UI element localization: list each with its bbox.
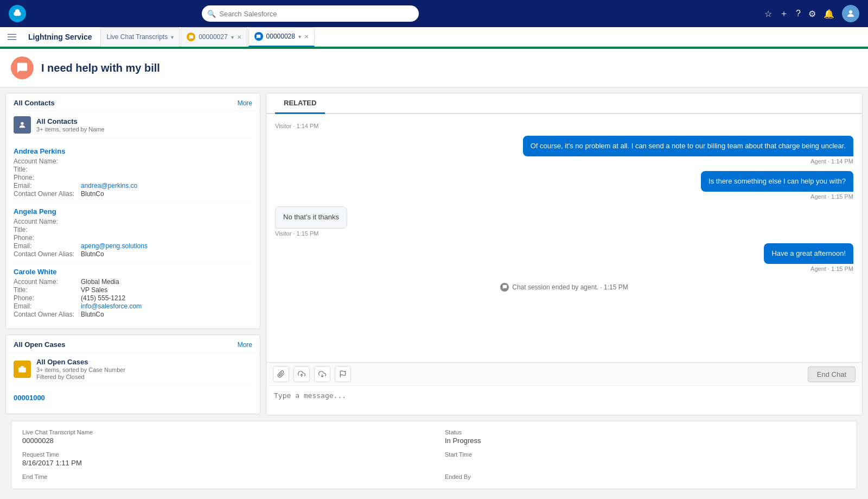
info-field-transcript-name: Live Chat Transcript Name 00000028 bbox=[22, 429, 423, 445]
start-time-label: Start Time bbox=[445, 451, 846, 458]
session-end-text: Chat session ended by agent. · 1:15 PM bbox=[512, 283, 628, 291]
all-open-cases-body: All Open Cases 3+ items, sorted by Case … bbox=[6, 352, 260, 414]
visitor-message-1: No that's it thanks Visitor · 1:15 PM bbox=[275, 206, 347, 236]
svg-rect-3 bbox=[8, 39, 16, 40]
chat-toolbar: End Chat bbox=[266, 362, 862, 386]
agent-timestamp-1: Agent · 1:14 PM bbox=[810, 158, 853, 165]
search-input[interactable] bbox=[202, 5, 419, 22]
app-name: Lightning Service bbox=[24, 33, 96, 41]
transcript-name-label: Live Chat Transcript Name bbox=[22, 429, 423, 435]
chat-input[interactable] bbox=[274, 391, 854, 408]
svg-point-4 bbox=[21, 122, 23, 125]
tab-label: Live Chat Transcripts bbox=[106, 33, 168, 41]
contacts-sub-title: All Contacts bbox=[36, 117, 105, 125]
chevron-down-icon[interactable]: ▾ bbox=[298, 34, 301, 40]
close-icon[interactable]: ✕ bbox=[304, 34, 309, 40]
avatar[interactable] bbox=[842, 5, 859, 22]
add-icon[interactable]: ＋ bbox=[780, 8, 788, 20]
tab-related[interactable]: RELATED bbox=[275, 93, 325, 114]
visitor-timestamp-1: Visitor · 1:15 PM bbox=[275, 230, 319, 237]
end-time-label: End Time bbox=[22, 473, 423, 480]
case-icon bbox=[11, 56, 34, 79]
agent-bubble-3: Have a great afternoon! bbox=[764, 243, 853, 264]
request-time-value: 8/16/2017 1:11 PM bbox=[22, 459, 423, 467]
all-contacts-body: All Contacts 3+ items, sorted by Name An… bbox=[6, 111, 260, 329]
favorites-icon[interactable]: ☆ bbox=[764, 9, 772, 19]
tab-list: Live Chat Transcripts ▾ 00000027 ▾ ✕ 000… bbox=[100, 27, 315, 46]
cases-filter-meta: Filtered by Closed bbox=[36, 374, 125, 380]
ended-by-label: Ended By bbox=[445, 473, 846, 480]
flag-button[interactable] bbox=[335, 366, 351, 382]
chat-input-area[interactable] bbox=[266, 386, 862, 415]
app-bar: Lightning Service Live Chat Transcripts … bbox=[0, 27, 868, 47]
all-open-cases-title: All Open Cases bbox=[14, 340, 65, 349]
svg-point-0 bbox=[849, 10, 852, 14]
upload-button[interactable] bbox=[293, 366, 310, 382]
contacts-icon bbox=[14, 116, 31, 134]
visitor-bubble-1: No that's it thanks bbox=[275, 206, 347, 228]
all-contacts-title: All Contacts bbox=[14, 99, 55, 107]
tab-00000028[interactable]: 00000028 ▾ ✕ bbox=[248, 27, 315, 47]
all-contacts-more[interactable]: More bbox=[238, 99, 252, 107]
chevron-down-icon[interactable]: ▾ bbox=[171, 34, 174, 40]
agent-bubble-1: Of course, it's no problem at all. I can… bbox=[523, 136, 853, 156]
chat-icon-blue bbox=[254, 32, 263, 41]
all-contacts-section: All Contacts More All Contacts 3+ items,… bbox=[5, 93, 260, 329]
chat-session-end: Chat session ended by agent. · 1:15 PM bbox=[275, 283, 853, 292]
search-icon: 🔍 bbox=[207, 10, 216, 18]
agent-timestamp-2: Agent · 1:15 PM bbox=[810, 193, 853, 200]
svg-rect-1 bbox=[8, 34, 16, 34]
info-field-ended-by: Ended By bbox=[445, 473, 846, 481]
left-panel: All Contacts More All Contacts 3+ items,… bbox=[0, 87, 266, 421]
visitor-timestamp-top: Visitor · 1:14 PM bbox=[275, 123, 853, 129]
chevron-down-icon[interactable]: ▾ bbox=[231, 34, 234, 40]
cases-sub-meta: 3+ items, sorted by Case Number bbox=[36, 367, 125, 373]
related-tab-bar: RELATED bbox=[266, 93, 862, 114]
tab-00000027[interactable]: 00000027 ▾ ✕ bbox=[181, 27, 247, 47]
status-label: Status bbox=[445, 429, 846, 435]
app-menu-icon[interactable] bbox=[4, 29, 20, 45]
contact-carole: Carole White Account Name: Global Media … bbox=[14, 263, 252, 323]
case-number-1[interactable]: 00001000 bbox=[14, 394, 252, 402]
close-icon[interactable]: ✕ bbox=[237, 34, 241, 40]
all-contacts-header: All Contacts More bbox=[6, 93, 260, 111]
cases-sub-title: All Open Cases bbox=[36, 358, 125, 366]
case-row-1: 00001000 bbox=[14, 389, 252, 408]
chat-end-icon bbox=[500, 283, 509, 292]
cases-icon bbox=[14, 361, 31, 378]
agent-message-2: Is there something else I can help you w… bbox=[701, 171, 853, 200]
search-bar[interactable]: 🔍 bbox=[202, 5, 419, 22]
case-title: I need help with my bill bbox=[41, 62, 160, 74]
transcript-name-value: 00000028 bbox=[22, 437, 423, 445]
contact-name-carole[interactable]: Carole White bbox=[14, 268, 252, 276]
contact-name-angela[interactable]: Angela Peng bbox=[14, 207, 252, 216]
request-time-label: Request Time bbox=[22, 451, 423, 458]
agent-bubble-2: Is there something else I can help you w… bbox=[701, 171, 853, 192]
svg-rect-2 bbox=[8, 36, 16, 37]
main-area: I need help with my bill All Contacts Mo… bbox=[0, 49, 868, 499]
salesforce-logo bbox=[9, 5, 26, 22]
contact-name-andrea[interactable]: Andrea Perkins bbox=[14, 147, 252, 155]
contacts-sub-header: All Contacts 3+ items, sorted by Name bbox=[14, 116, 252, 138]
settings-icon[interactable]: ⚙ bbox=[808, 9, 816, 19]
all-open-cases-section: All Open Cases More All Open Cases 3+ it… bbox=[5, 334, 260, 414]
info-panel-wrapper: Live Chat Transcript Name 00000028 Statu… bbox=[0, 421, 868, 499]
help-icon[interactable]: ? bbox=[796, 9, 801, 18]
info-field-end-time: End Time bbox=[22, 473, 423, 481]
chat-panel: RELATED Visitor · 1:14 PM Of course, it'… bbox=[266, 93, 863, 415]
contact-field-account-1: Account Name: bbox=[14, 157, 252, 165]
case-header: I need help with my bill bbox=[0, 49, 868, 87]
tab-label: 00000028 bbox=[266, 33, 295, 40]
agent-message-3: Have a great afternoon! Agent · 1:15 PM bbox=[764, 243, 853, 272]
notifications-icon[interactable]: 🔔 bbox=[824, 9, 834, 19]
contact-angela: Angela Peng Account Name: Title: Phone: bbox=[14, 203, 252, 263]
info-field-request-time: Request Time 8/16/2017 1:11 PM bbox=[22, 451, 423, 467]
all-open-cases-more[interactable]: More bbox=[238, 341, 252, 349]
tab-live-chat-transcripts[interactable]: Live Chat Transcripts ▾ bbox=[100, 27, 180, 47]
nav-right: ☆ ＋ ? ⚙ 🔔 bbox=[764, 5, 859, 22]
chat-messages: Visitor · 1:14 PM Of course, it's no pro… bbox=[266, 114, 862, 362]
content-row: All Contacts More All Contacts 3+ items,… bbox=[0, 87, 868, 421]
download-button[interactable] bbox=[314, 366, 330, 382]
end-chat-button[interactable]: End Chat bbox=[808, 367, 856, 382]
attach-button[interactable] bbox=[273, 366, 289, 382]
